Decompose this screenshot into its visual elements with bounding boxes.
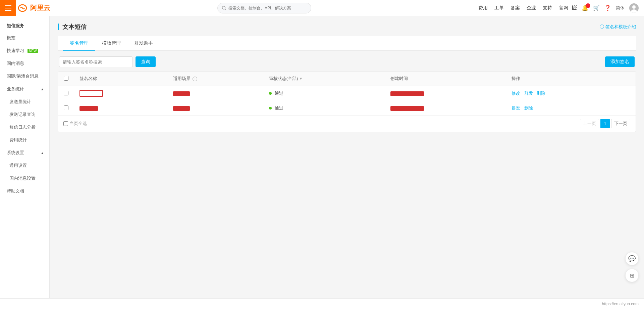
row1-name-cell bbox=[74, 86, 168, 101]
row1-edit-link[interactable]: 修改 bbox=[512, 91, 520, 96]
row1-created-redacted bbox=[390, 91, 424, 96]
avatar[interactable] bbox=[629, 3, 639, 13]
sidebar-label-general-settings: 通用设置 bbox=[9, 163, 27, 169]
footer-select-all-checkbox[interactable] bbox=[63, 121, 68, 126]
signature-search-input[interactable] bbox=[59, 56, 133, 67]
svg-point-4 bbox=[632, 5, 636, 9]
logo-icon bbox=[17, 4, 28, 12]
next-page-button[interactable]: 下一页 bbox=[611, 119, 630, 128]
sidebar-item-domestic[interactable]: 国内消息 bbox=[0, 57, 49, 70]
filter-icon: ▼ bbox=[299, 77, 303, 81]
sidebar-item-send-records[interactable]: 发送记录查询 bbox=[0, 108, 49, 121]
search-box[interactable] bbox=[217, 3, 311, 13]
sidebar-item-overview[interactable]: 概览 bbox=[0, 32, 49, 44]
row2-actions-cell: 群发 删除 bbox=[506, 101, 636, 116]
tab-template-mgmt[interactable]: 模版管理 bbox=[95, 36, 127, 51]
row2-checkbox[interactable] bbox=[64, 105, 68, 110]
global-search-input[interactable] bbox=[228, 6, 307, 10]
row1-delete-link[interactable]: 删除 bbox=[537, 91, 545, 96]
new-badge: NEW bbox=[28, 49, 38, 53]
chat-float-button[interactable]: 💬 bbox=[625, 252, 639, 265]
status-filter[interactable]: 审核状态(全部) ▼ bbox=[269, 76, 303, 82]
bottom-url-text: https://cn.aliyun.com bbox=[602, 302, 639, 306]
row1-scene-redacted bbox=[173, 91, 190, 96]
help-icon[interactable]: ❓ bbox=[604, 5, 611, 11]
table-row: 通过 修改 群发 删除 bbox=[58, 86, 636, 101]
sidebar-item-domestic-settings[interactable]: 国内消息设置 bbox=[0, 172, 49, 185]
hamburger-button[interactable] bbox=[0, 0, 16, 16]
row1-actions-cell: 修改 群发 删除 bbox=[506, 86, 636, 101]
floating-buttons: 💬 ⊞ bbox=[625, 252, 639, 282]
image-icon[interactable]: 🖼 bbox=[572, 5, 577, 11]
sidebar-label-sms-log: 短信日志分析 bbox=[9, 124, 36, 130]
sidebar-group-system-settings[interactable]: 系统设置 ▲ bbox=[0, 146, 49, 159]
body-layout: 短信服务 概览 快速学习 NEW 国内消息 国际/港澳台消息 业务统计 ▲ 发送… bbox=[0, 16, 644, 298]
table-row: 通过 群发 删除 bbox=[58, 101, 636, 116]
sidebar-item-send-stats[interactable]: 发送量统计 bbox=[0, 95, 49, 108]
sidebar-item-intl[interactable]: 国际/港澳台消息 bbox=[0, 70, 49, 83]
bottom-bar: https://cn.aliyun.com bbox=[0, 298, 644, 309]
nav-official[interactable]: 官网 bbox=[559, 5, 568, 11]
help-icon-circle: ⓘ bbox=[600, 24, 604, 30]
title-accent bbox=[58, 24, 59, 30]
row2-name-redacted bbox=[79, 106, 98, 111]
sidebar-item-cost-stats[interactable]: 费用统计 bbox=[0, 134, 49, 146]
page-title: 文本短信 bbox=[62, 23, 87, 31]
col-name-label: 签名名称 bbox=[79, 76, 97, 81]
sidebar-item-sms-log[interactable]: 短信日志分析 bbox=[0, 121, 49, 134]
row2-delete-link[interactable]: 删除 bbox=[524, 105, 533, 111]
nav-ticket[interactable]: 工单 bbox=[494, 5, 504, 11]
collapse-arrow-business: ▲ bbox=[41, 87, 44, 91]
row2-status-cell: 通过 bbox=[264, 101, 385, 116]
row2-mass-send-link[interactable]: 群发 bbox=[512, 105, 520, 111]
row1-mass-send-link[interactable]: 群发 bbox=[524, 91, 533, 96]
row1-scene-cell bbox=[168, 86, 264, 101]
sidebar-label-overview: 概览 bbox=[7, 35, 15, 41]
row1-name-redacted bbox=[79, 90, 103, 97]
pagination-row: 当页全选 上一页 1 下一页 bbox=[58, 115, 636, 132]
pagination-right: 上一页 1 下一页 bbox=[580, 119, 630, 128]
tab-signature-mgmt[interactable]: 签名管理 bbox=[63, 36, 95, 51]
header-icons: 🖼 🔔 · 🛒 ❓ 简体 bbox=[572, 3, 639, 13]
notification-icon[interactable]: 🔔 · bbox=[582, 5, 588, 11]
col-created: 创建时间 bbox=[385, 72, 506, 86]
row2-name-cell bbox=[74, 101, 168, 116]
sidebar-item-quick-learn[interactable]: 快速学习 NEW bbox=[0, 44, 49, 57]
page-title-left: 文本短信 bbox=[58, 23, 87, 31]
page-1-button[interactable]: 1 bbox=[600, 119, 610, 128]
simplify-button[interactable]: 简体 bbox=[616, 5, 625, 11]
prev-page-button[interactable]: 上一页 bbox=[580, 119, 599, 128]
tab-mass-send[interactable]: 群发助手 bbox=[127, 36, 160, 51]
col-actions: 操作 bbox=[506, 72, 636, 86]
sidebar-section-title: 短信服务 bbox=[0, 19, 49, 32]
nav-cost[interactable]: 费用 bbox=[478, 5, 488, 11]
add-signature-button[interactable]: 添加签名 bbox=[605, 56, 635, 67]
select-all-checkbox[interactable] bbox=[64, 76, 68, 81]
sidebar-group-business-stats[interactable]: 业务统计 ▲ bbox=[0, 83, 49, 95]
scene-info-icon[interactable]: i bbox=[193, 77, 197, 81]
grid-float-button[interactable]: ⊞ bbox=[625, 269, 639, 282]
row2-scene-cell bbox=[168, 101, 264, 116]
notification-badge: · bbox=[586, 3, 590, 8]
query-button[interactable]: 查询 bbox=[136, 56, 156, 67]
nav-support[interactable]: 支持 bbox=[543, 5, 552, 11]
help-link[interactable]: ⓘ 签名和模板介绍 bbox=[600, 24, 636, 30]
cart-icon[interactable]: 🛒 bbox=[593, 5, 600, 11]
nav-record[interactable]: 备案 bbox=[511, 5, 520, 11]
nav-enterprise[interactable]: 企业 bbox=[527, 5, 536, 11]
sidebar-group-label-system: 系统设置 bbox=[7, 150, 24, 156]
sidebar-label-quick-learn: 快速学习 bbox=[7, 48, 24, 54]
svg-point-1 bbox=[222, 6, 225, 9]
row1-checkbox[interactable] bbox=[64, 91, 68, 95]
sidebar-item-general-settings[interactable]: 通用设置 bbox=[0, 159, 49, 172]
sidebar: 短信服务 概览 快速学习 NEW 国内消息 国际/港澳台消息 业务统计 ▲ 发送… bbox=[0, 16, 50, 298]
header-search-area bbox=[50, 3, 478, 13]
toolbar-left: 查询 bbox=[59, 56, 156, 67]
row1-checkbox-cell bbox=[58, 86, 74, 101]
page-title-bar: 文本短信 ⓘ 签名和模板介绍 bbox=[58, 23, 636, 31]
sidebar-item-help-docs[interactable]: 帮助文档 bbox=[0, 185, 49, 197]
sidebar-label-help-docs: 帮助文档 bbox=[7, 188, 24, 194]
col-actions-label: 操作 bbox=[512, 76, 520, 81]
chat-icon: 💬 bbox=[628, 255, 636, 262]
logo-text: 阿里云 bbox=[30, 3, 50, 12]
